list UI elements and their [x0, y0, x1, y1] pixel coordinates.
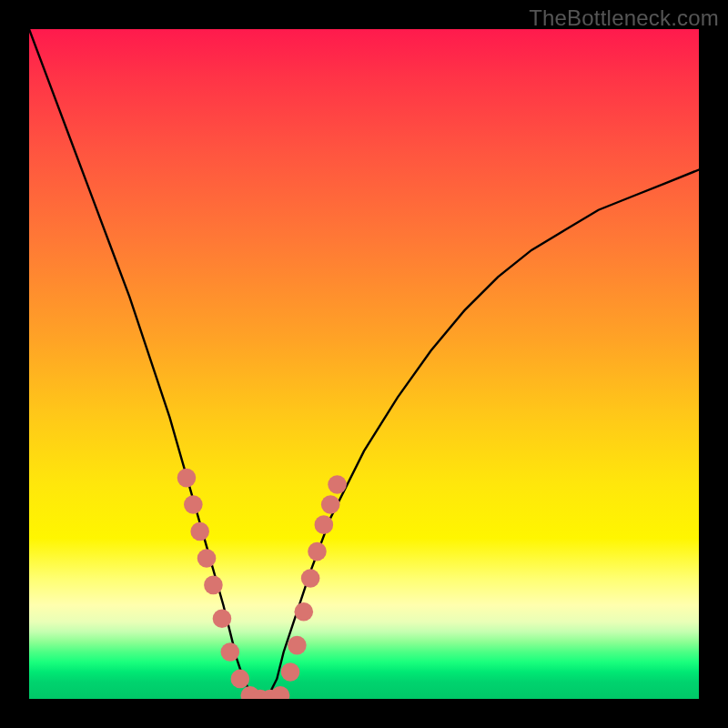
marker-dots	[177, 469, 347, 699]
marker-dot	[321, 495, 340, 514]
marker-dot	[190, 522, 209, 541]
watermark-text: TheBottleneck.com	[529, 5, 719, 31]
marker-dot	[213, 609, 232, 628]
plot-area	[29, 29, 699, 699]
chart-svg	[29, 29, 699, 699]
marker-dot	[184, 495, 203, 514]
bottleneck-v-curve	[29, 29, 699, 699]
marker-dot	[197, 549, 217, 568]
chart-stage: TheBottleneck.com	[0, 0, 728, 728]
marker-dot	[288, 636, 307, 655]
marker-dot	[221, 642, 240, 662]
marker-dot	[294, 602, 313, 622]
marker-dot	[204, 576, 223, 595]
marker-dot	[308, 542, 327, 561]
marker-dot	[315, 515, 334, 534]
marker-dot	[328, 475, 347, 494]
marker-dot	[177, 469, 197, 488]
marker-dot	[281, 662, 300, 682]
marker-dot	[231, 670, 250, 689]
marker-dot	[301, 569, 320, 588]
marker-dot	[271, 686, 290, 699]
